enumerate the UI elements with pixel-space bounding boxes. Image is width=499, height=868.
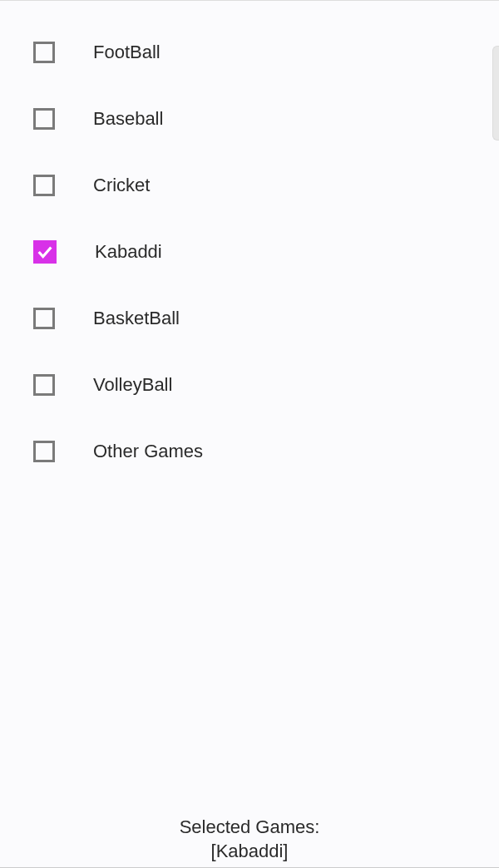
game-list: FootBallBaseballCricketKabaddiBasketBall… bbox=[0, 1, 499, 485]
list-item-basketball[interactable]: BasketBall bbox=[33, 285, 499, 352]
checkbox-football[interactable] bbox=[33, 42, 55, 63]
checkmark-icon bbox=[36, 243, 54, 261]
checkbox-other[interactable] bbox=[33, 441, 55, 462]
checkbox-kabaddi[interactable] bbox=[33, 240, 57, 264]
checkbox-cricket[interactable] bbox=[33, 175, 55, 196]
list-item-baseball[interactable]: Baseball bbox=[33, 86, 499, 152]
checkbox-basketball[interactable] bbox=[33, 308, 55, 329]
item-label: Baseball bbox=[93, 108, 163, 130]
item-label: Kabaddi bbox=[95, 241, 162, 263]
list-item-cricket[interactable]: Cricket bbox=[33, 152, 499, 219]
checkbox-volleyball[interactable] bbox=[33, 374, 55, 396]
item-label: BasketBall bbox=[93, 308, 180, 329]
list-item-volleyball[interactable]: VolleyBall bbox=[33, 352, 499, 418]
item-label: Cricket bbox=[93, 175, 150, 196]
selected-games-footer: Selected Games: [Kabaddi] bbox=[0, 815, 499, 868]
checkbox-baseball[interactable] bbox=[33, 108, 55, 130]
list-item-kabaddi[interactable]: Kabaddi bbox=[33, 219, 499, 285]
selected-games-value: [Kabaddi] bbox=[0, 839, 499, 864]
list-item-football[interactable]: FootBall bbox=[33, 19, 499, 86]
scroll-indicator[interactable] bbox=[492, 46, 499, 141]
item-label: Other Games bbox=[93, 441, 203, 462]
item-label: FootBall bbox=[93, 42, 161, 63]
item-label: VolleyBall bbox=[93, 374, 172, 396]
list-item-other[interactable]: Other Games bbox=[33, 418, 499, 485]
selected-games-title: Selected Games: bbox=[0, 815, 499, 840]
